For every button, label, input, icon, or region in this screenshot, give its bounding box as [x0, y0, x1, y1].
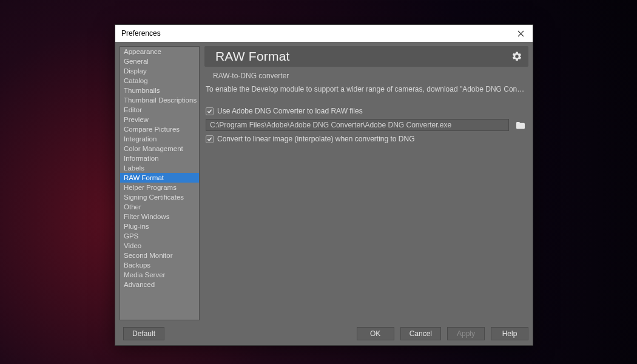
sidebar-item-information[interactable]: Information: [120, 153, 199, 163]
sidebar-item-integration[interactable]: Integration: [120, 134, 199, 144]
checkbox-use-converter[interactable]: [206, 107, 214, 115]
label-use-converter: Use Adobe DNG Converter to load RAW file…: [217, 107, 363, 115]
sidebar-item-compare-pictures[interactable]: Compare Pictures: [120, 124, 199, 134]
sidebar-item-labels[interactable]: Labels: [120, 163, 199, 173]
sidebar-item-plug-ins[interactable]: Plug-ins: [120, 221, 199, 231]
sidebar-item-helper-programs[interactable]: Helper Programs: [120, 183, 199, 192]
titlebar: Preferences: [115, 25, 533, 42]
sidebar-item-raw-format[interactable]: RAW Format: [120, 173, 199, 183]
sidebar-item-advanced[interactable]: Advanced: [120, 280, 199, 289]
label-linear: Convert to linear image (interpolate) wh…: [217, 135, 415, 143]
dialog-body: AppearanceGeneralDisplayCatalogThumbnail…: [115, 42, 533, 325]
sidebar-item-backups[interactable]: Backups: [120, 260, 199, 270]
sidebar-item-other[interactable]: Other: [120, 202, 199, 212]
converter-path-input[interactable]: C:\Program Files\Adobe\Adobe DNG Convert…: [206, 119, 509, 131]
content-area: RAW Format RAW-to-DNG converter To enabl…: [204, 46, 528, 320]
sidebar-item-media-server[interactable]: Media Server: [120, 270, 199, 280]
folder-icon[interactable]: [514, 119, 527, 131]
preferences-dialog: Preferences AppearanceGeneralDisplayCata…: [115, 24, 533, 346]
gear-icon[interactable]: [511, 51, 522, 62]
sidebar-item-thumbnail-descriptions[interactable]: Thumbnail Descriptions: [120, 95, 199, 105]
section-description: To enable the Develop module to support …: [204, 85, 528, 93]
apply-button[interactable]: Apply: [447, 327, 485, 340]
section-title: RAW-to-DNG converter: [204, 70, 528, 81]
sidebar-item-display[interactable]: Display: [120, 66, 199, 76]
ok-button[interactable]: OK: [357, 327, 394, 340]
sidebar-item-color-management[interactable]: Color Management: [120, 144, 199, 153]
checkbox-linear[interactable]: [206, 135, 214, 143]
sidebar-item-thumbnails[interactable]: Thumbnails: [120, 86, 199, 95]
sidebar-item-filter-windows[interactable]: Filter Windows: [120, 212, 199, 221]
sidebar-item-appearance[interactable]: Appearance: [120, 47, 199, 56]
help-button[interactable]: Help: [491, 327, 528, 340]
window-title: Preferences: [121, 29, 513, 38]
footer: Default OK Cancel Apply Help: [115, 325, 533, 345]
sidebar-item-preview[interactable]: Preview: [120, 115, 199, 124]
sidebar-item-signing-certificates[interactable]: Signing Certificates: [120, 192, 199, 202]
sidebar-item-general[interactable]: General: [120, 56, 199, 66]
sidebar: AppearanceGeneralDisplayCatalogThumbnail…: [120, 46, 200, 320]
sidebar-item-catalog[interactable]: Catalog: [120, 76, 199, 86]
sidebar-item-gps[interactable]: GPS: [120, 231, 199, 241]
close-icon[interactable]: [513, 27, 528, 39]
page-title: RAW Format: [215, 49, 511, 64]
row-use-converter: Use Adobe DNG Converter to load RAW file…: [204, 107, 528, 115]
sidebar-item-editor[interactable]: Editor: [120, 105, 199, 115]
row-linear: Convert to linear image (interpolate) wh…: [204, 135, 528, 143]
row-path: C:\Program Files\Adobe\Adobe DNG Convert…: [204, 119, 528, 131]
default-button[interactable]: Default: [123, 327, 164, 340]
sidebar-item-video[interactable]: Video: [120, 241, 199, 251]
page-header: RAW Format: [204, 46, 528, 67]
cancel-button[interactable]: Cancel: [400, 327, 441, 340]
sidebar-item-second-monitor[interactable]: Second Monitor: [120, 251, 199, 260]
